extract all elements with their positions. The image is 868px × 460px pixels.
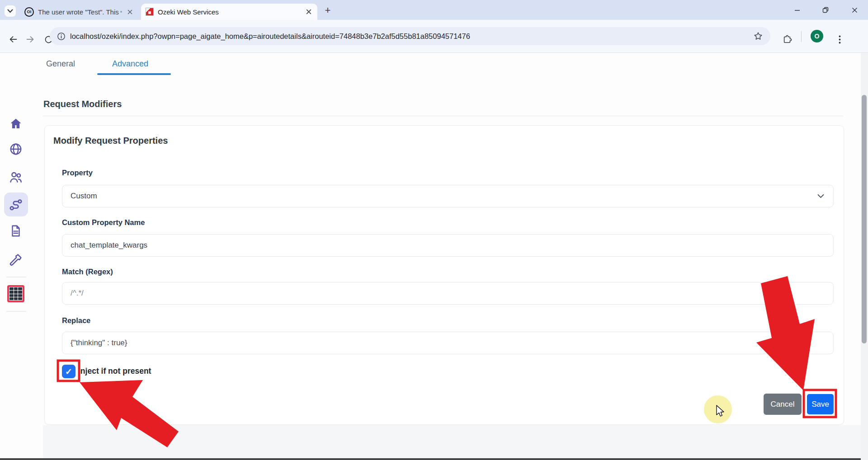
property-label: Property [62, 169, 93, 177]
card-title: Modify Request Properties [53, 136, 168, 146]
tab-general[interactable]: General [46, 59, 75, 69]
tab-status-dot [120, 11, 122, 13]
forward-button[interactable] [24, 33, 37, 46]
scrollbar-thumb[interactable] [862, 95, 867, 343]
forward-arrow-icon [25, 34, 35, 44]
page-footer-area [43, 425, 861, 458]
minimize-icon [794, 7, 800, 13]
keypad-icon[interactable] [7, 285, 24, 302]
sidebar-divider [6, 311, 26, 312]
property-select[interactable]: Custom [62, 185, 834, 207]
new-tab-button[interactable]: + [322, 5, 334, 16]
browser-tab-strip: OI The user wrote "Test". This is... Oze… [0, 0, 868, 20]
tab-title: The user wrote "Test". This is... [38, 8, 120, 16]
sidebar-item-web[interactable] [8, 141, 24, 157]
site-info-icon[interactable] [57, 32, 66, 41]
custom-property-name-input[interactable] [62, 234, 834, 257]
ozeki-cube-icon [146, 8, 154, 16]
address-bar[interactable]: localhost/ozeki/index.php?owpn=page_aiga… [50, 27, 770, 45]
chevron-down-icon [817, 194, 824, 198]
users-icon [9, 170, 23, 184]
url-text: localhost/ozeki/index.php?owpn=page_aiga… [70, 32, 753, 41]
chevron-down-icon [7, 9, 13, 13]
sidebar-item-users[interactable] [8, 169, 24, 185]
checkmark-icon: ✓ [65, 366, 72, 377]
browser-profile-avatar[interactable]: O [811, 30, 823, 42]
window-close-button[interactable] [841, 0, 868, 20]
home-icon [9, 117, 23, 131]
document-icon [9, 224, 23, 238]
three-dot-menu-icon [839, 35, 841, 44]
sidebar-item-routes[interactable] [8, 197, 24, 212]
close-tab-icon[interactable] [305, 8, 313, 16]
active-tab-underline [97, 73, 171, 75]
bookmark-star-icon[interactable] [753, 31, 763, 41]
window-bottom-edge [0, 458, 868, 460]
match-regex-label: Match (Regex) [62, 268, 113, 276]
match-regex-input[interactable] [62, 282, 834, 305]
sidebar-item-home[interactable] [8, 116, 24, 131]
browser-menu-button[interactable] [833, 33, 846, 46]
app-sidebar: A » [0, 53, 43, 460]
tab-advanced[interactable]: Advanced [112, 59, 148, 69]
section-title: Request Modifiers [43, 99, 122, 109]
window-restore-button[interactable] [812, 0, 839, 20]
restore-icon [822, 7, 829, 13]
browser-window: OI The user wrote "Test". This is... Oze… [0, 0, 868, 460]
sidebar-divider [6, 277, 26, 277]
save-button[interactable]: Save [807, 394, 834, 414]
inject-if-not-present-checkbox[interactable]: ✓ [62, 365, 75, 378]
custom-property-name-label: Custom Property Name [62, 218, 145, 227]
route-icon [9, 197, 23, 212]
tab-search-button[interactable] [5, 5, 16, 17]
extensions-puzzle-icon [783, 34, 793, 44]
back-arrow-icon [8, 34, 18, 44]
inject-if-not-present-label: Inject if not present [78, 366, 151, 376]
back-button[interactable] [6, 33, 20, 46]
close-icon [852, 7, 858, 13]
sidebar-item-tools[interactable] [8, 252, 24, 268]
openai-logo-icon: OI [24, 7, 34, 17]
window-minimize-button[interactable] [784, 0, 810, 20]
browser-tab-chat[interactable]: OI The user wrote "Test". This is... [22, 4, 138, 20]
modify-request-properties-card: Modify Request Properties Property Custo… [44, 125, 844, 425]
toolbar-separator [801, 31, 802, 42]
cancel-button[interactable]: Cancel [764, 394, 802, 415]
globe-icon [9, 142, 23, 156]
property-select-value: Custom [71, 192, 97, 201]
extensions-button[interactable] [781, 33, 794, 46]
close-tab-icon[interactable] [126, 8, 134, 16]
replace-input[interactable] [62, 332, 834, 354]
replace-label: Replace [62, 316, 90, 325]
section-divider [43, 116, 843, 116]
browser-toolbar: localhost/ozeki/index.php?owpn=page_aiga… [0, 20, 868, 53]
vertical-scrollbar[interactable] [861, 53, 868, 460]
hammer-icon [9, 253, 23, 267]
browser-tab-ozeki[interactable]: Ozeki Web Services [141, 4, 317, 20]
sidebar-item-documents[interactable] [8, 223, 24, 239]
tab-title: Ozeki Web Services [158, 8, 305, 16]
